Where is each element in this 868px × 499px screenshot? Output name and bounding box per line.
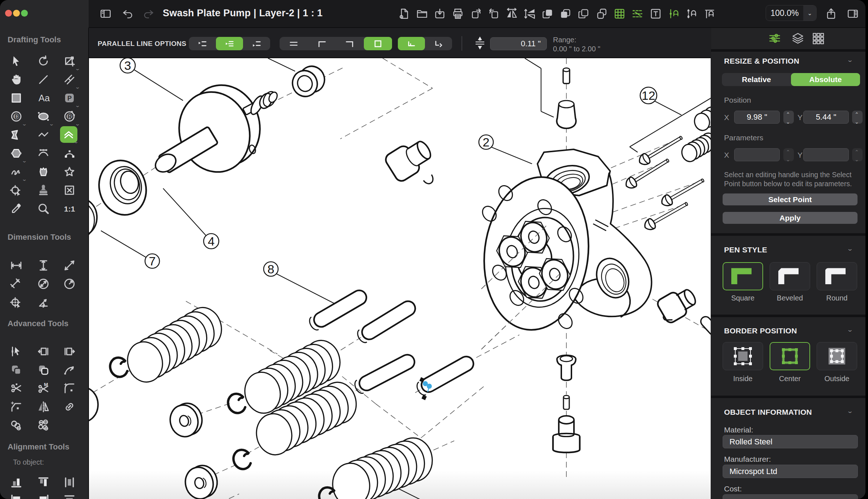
tool-dim-h[interactable]	[7, 257, 26, 274]
tool-star[interactable]	[60, 163, 79, 180]
flip-v-icon[interactable]	[523, 7, 537, 21]
tool-bezier[interactable]	[34, 145, 53, 162]
tool-extend-l[interactable]	[34, 343, 53, 360]
snap-point-icon[interactable]	[667, 7, 681, 21]
tool-rect-r[interactable]: R⌄	[60, 108, 79, 125]
line-style-corner-l[interactable]	[308, 37, 336, 50]
select-point-button[interactable]: Select Point	[723, 193, 858, 205]
tool-rotate[interactable]	[34, 52, 53, 70]
valve-pin[interactable]	[642, 202, 688, 232]
border-inside-card[interactable]	[723, 342, 763, 370]
pin-selected[interactable]	[415, 354, 476, 400]
spring[interactable]	[123, 303, 226, 386]
valve-pin[interactable]	[637, 136, 682, 167]
tool-freehand[interactable]: ⌄	[7, 163, 26, 180]
tool-construction[interactable]: ⌄	[60, 71, 79, 88]
drawing-canvas[interactable]: 3247812	[89, 58, 711, 499]
spring[interactable]	[693, 105, 711, 132]
tool-dim-rad[interactable]	[60, 275, 79, 293]
panel-left-icon[interactable]	[99, 7, 112, 21]
tool-line[interactable]	[34, 71, 53, 88]
tool-eyedropper[interactable]	[7, 200, 26, 217]
y-stepper[interactable]	[852, 111, 863, 124]
tool-dim-angle[interactable]	[34, 294, 53, 311]
folder-icon[interactable]	[415, 7, 429, 21]
absolute-button[interactable]: Absolute	[791, 73, 860, 86]
corner-style-corner-plain[interactable]	[425, 37, 452, 50]
chevron-down-icon[interactable]: ⌄	[847, 246, 854, 252]
relative-button[interactable]: Relative	[722, 73, 791, 86]
bushing[interactable]	[289, 63, 328, 100]
tool-adv-select[interactable]	[7, 343, 26, 360]
tool-union[interactable]	[7, 361, 26, 379]
tool-dim-v[interactable]	[34, 257, 53, 274]
balloon-12[interactable]: 12	[640, 87, 681, 115]
param-x-field[interactable]	[734, 148, 780, 161]
line-style-corner-r[interactable]	[336, 37, 364, 50]
tool-paragraph[interactable]: P⌄	[60, 89, 79, 107]
tool-fillet[interactable]	[60, 380, 79, 397]
tool-pan[interactable]	[7, 71, 26, 88]
circlip[interactable]	[110, 358, 127, 377]
bearing[interactable]	[93, 155, 153, 220]
tool-extend-r[interactable]	[60, 343, 79, 360]
guides-icon[interactable]	[631, 7, 644, 21]
apply-button[interactable]: Apply	[723, 212, 858, 224]
parallel-opt-par-mid[interactable]	[216, 37, 243, 50]
pin[interactable]	[356, 298, 418, 344]
balloon-8[interactable]: 8	[264, 262, 334, 303]
pin[interactable]	[353, 352, 417, 395]
tool-ungroup-pts[interactable]	[34, 417, 53, 434]
tool-zigzag[interactable]	[34, 126, 53, 144]
pen-beveled-card[interactable]	[770, 262, 810, 290]
tool-link[interactable]	[60, 398, 79, 415]
redo-icon[interactable]	[142, 7, 156, 21]
tool-fillet2[interactable]	[7, 398, 26, 415]
spring[interactable]	[680, 132, 711, 163]
close-button[interactable]	[5, 10, 12, 17]
tool-text[interactable]: Aa	[34, 89, 53, 107]
tool-parallel[interactable]: ⌄	[60, 126, 77, 143]
panel-right-icon[interactable]	[846, 7, 860, 21]
tool-transform[interactable]: ⌄	[60, 52, 79, 70]
tool-polygon[interactable]: ⌄	[7, 145, 26, 162]
undo-icon[interactable]	[121, 7, 135, 21]
pen-round-card[interactable]	[817, 262, 857, 290]
flip-h-icon[interactable]	[505, 7, 519, 21]
snap-grid-icon[interactable]	[685, 7, 698, 21]
layers-icon[interactable]	[791, 31, 805, 45]
bring-front-icon[interactable]	[541, 7, 555, 21]
tool-dim-target[interactable]	[7, 294, 26, 311]
chevron-down-icon[interactable]: ⌄	[847, 327, 854, 333]
circlip[interactable]	[228, 394, 245, 413]
manufacturer-field[interactable]: Microspot Ltd	[723, 465, 858, 478]
rotate-cw-icon[interactable]	[487, 7, 501, 21]
chevron-down-icon[interactable]: ⌄	[847, 408, 854, 414]
circlip[interactable]	[234, 450, 251, 469]
tool-trim-m[interactable]: M	[34, 380, 53, 397]
param-y-stepper[interactable]	[852, 148, 863, 161]
swash-plate[interactable]	[152, 76, 279, 181]
tool-align-t[interactable]	[34, 474, 53, 491]
x-position-field[interactable]: 9.98 "	[734, 111, 780, 124]
tool-align-r[interactable]	[34, 491, 53, 499]
margin-box-icon[interactable]	[649, 7, 663, 21]
line-style-square[interactable]	[364, 37, 392, 50]
balloon-4[interactable]: 4	[163, 188, 219, 249]
grid-icon[interactable]	[613, 7, 626, 21]
balloon-2[interactable]: 2	[479, 135, 532, 164]
cost-field[interactable]	[723, 494, 858, 499]
param-x-stepper[interactable]	[783, 148, 794, 161]
tool-mirror[interactable]	[34, 398, 53, 415]
tool-stamp[interactable]	[34, 182, 53, 199]
x-stepper[interactable]	[783, 111, 794, 124]
spacing-input[interactable]: 0.11 "	[490, 37, 547, 50]
tool-dist-h[interactable]	[60, 474, 79, 491]
share-icon[interactable]	[824, 7, 838, 21]
tool-subtract[interactable]	[34, 361, 53, 379]
send-back-icon[interactable]	[559, 7, 573, 21]
tool-arc[interactable]	[60, 145, 79, 162]
tool-dist-v[interactable]	[60, 491, 79, 499]
adjust-sliders-icon[interactable]	[768, 31, 782, 45]
tool-blob[interactable]	[34, 163, 53, 180]
